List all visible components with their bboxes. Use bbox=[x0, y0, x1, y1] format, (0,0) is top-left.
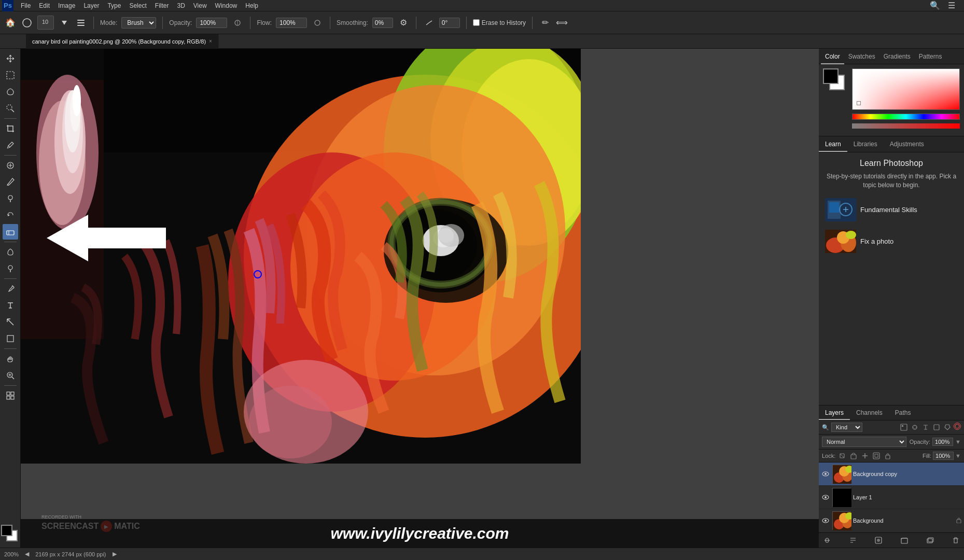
color-spectrum-box[interactable] bbox=[852, 68, 960, 110]
menu-3d[interactable]: 3D bbox=[173, 0, 189, 11]
flow-value[interactable]: 100% bbox=[276, 18, 307, 28]
layer-row-bg[interactable]: Background bbox=[819, 509, 964, 533]
canvas-area[interactable]: RECORDED WITH SCREENCAST ▶ MATIC www.ivy… bbox=[21, 49, 819, 548]
mode-select[interactable]: Brush Pencil Block bbox=[121, 17, 156, 29]
tool-path-selection[interactable] bbox=[3, 314, 18, 330]
tool-lasso[interactable] bbox=[3, 84, 18, 100]
opacity-pressure-icon[interactable] bbox=[231, 17, 244, 29]
menu-help[interactable]: Help bbox=[241, 0, 262, 11]
brush-size-value[interactable]: 10 bbox=[37, 16, 54, 30]
tool-eyedropper[interactable] bbox=[3, 137, 18, 153]
filter-shape-icon[interactable] bbox=[932, 423, 941, 432]
brush-settings-icon[interactable] bbox=[75, 17, 87, 29]
fill-value[interactable]: 100% bbox=[933, 452, 954, 460]
smoothing-value[interactable]: 0% bbox=[372, 18, 393, 28]
saturation-slider[interactable] bbox=[852, 123, 960, 129]
fg-bg-color-picker[interactable] bbox=[1, 525, 20, 543]
filter-pixel-icon[interactable] bbox=[899, 423, 909, 432]
libraries-tab[interactable]: Libraries bbox=[847, 136, 884, 152]
angle-value[interactable]: 0° bbox=[439, 18, 460, 28]
tab-close-button[interactable]: × bbox=[209, 38, 212, 44]
tool-history-brush[interactable] bbox=[3, 207, 18, 223]
blend-mode-select[interactable]: Normal Multiply Screen Overlay bbox=[822, 437, 906, 447]
layer-row-bg-copy[interactable]: Background copy bbox=[819, 463, 964, 486]
filter-type-icon[interactable] bbox=[921, 423, 930, 432]
opacity-value[interactable]: 100% bbox=[196, 18, 227, 28]
tool-type[interactable] bbox=[3, 298, 18, 313]
lock-image-icon[interactable] bbox=[849, 451, 858, 460]
erase-to-history-checkbox[interactable] bbox=[473, 19, 480, 26]
opacity-dropdown-icon[interactable]: ▼ bbox=[955, 439, 961, 445]
tool-more[interactable] bbox=[3, 388, 18, 403]
nav-left[interactable]: ◀ bbox=[25, 551, 29, 557]
delete-layer-icon[interactable] bbox=[951, 535, 961, 545]
tool-move[interactable] bbox=[3, 51, 18, 66]
filter-smart-icon[interactable] bbox=[943, 423, 952, 432]
tool-dodge[interactable] bbox=[3, 261, 18, 276]
menu-view[interactable]: View bbox=[189, 0, 211, 11]
fill-dropdown-icon[interactable]: ▼ bbox=[955, 453, 961, 459]
layer-visibility-bg-copy[interactable] bbox=[821, 469, 830, 479]
menu-layer[interactable]: Layer bbox=[79, 0, 103, 11]
lock-all-icon[interactable] bbox=[883, 451, 892, 460]
layer-visibility-bg[interactable] bbox=[821, 516, 830, 525]
filter-toggle[interactable] bbox=[954, 423, 961, 430]
foreground-color[interactable] bbox=[1, 525, 12, 536]
tool-marquee[interactable] bbox=[3, 67, 18, 83]
smoothing-settings-icon[interactable]: ⚙ bbox=[397, 17, 410, 29]
brush-preset-picker[interactable] bbox=[21, 17, 33, 29]
lock-transparent-icon[interactable] bbox=[837, 451, 847, 460]
edit-toolbar-icon[interactable]: ✏ bbox=[539, 17, 551, 29]
hue-slider[interactable] bbox=[852, 114, 960, 120]
angle-icon[interactable] bbox=[423, 17, 435, 29]
add-fx-icon[interactable] bbox=[848, 535, 858, 545]
tool-crop[interactable] bbox=[3, 121, 18, 136]
menu-file[interactable]: File bbox=[17, 0, 35, 11]
document-tab[interactable]: canary bird oil painting0002.png @ 200% … bbox=[26, 34, 219, 49]
menu-edit[interactable]: Edit bbox=[35, 0, 54, 11]
tool-quick-select[interactable] bbox=[3, 101, 18, 116]
erase-to-history-label[interactable]: Erase to History bbox=[473, 19, 526, 26]
opacity-value[interactable]: 100% bbox=[932, 438, 953, 446]
tutorial-card-fundamental[interactable]: Fundamental Skills bbox=[823, 196, 960, 223]
layer-row-layer1[interactable]: Layer 1 bbox=[819, 486, 964, 509]
workspace-icon[interactable]: ☰ bbox=[945, 0, 958, 12]
symmetry-icon[interactable]: ⟺ bbox=[555, 17, 568, 29]
color-tab[interactable]: Color bbox=[821, 49, 844, 64]
tool-blur[interactable] bbox=[3, 244, 18, 260]
brush-options-toggle[interactable] bbox=[58, 17, 71, 29]
lock-artboard-icon[interactable] bbox=[872, 451, 881, 460]
flow-pressure-icon[interactable] bbox=[311, 17, 324, 29]
home-icon[interactable]: 🏠 bbox=[4, 17, 17, 29]
layers-tab[interactable]: Layers bbox=[819, 405, 850, 420]
search-icon[interactable]: 🔍 bbox=[929, 0, 941, 12]
paths-tab[interactable]: Paths bbox=[889, 405, 917, 420]
adjustments-tab[interactable]: Adjustments bbox=[884, 136, 930, 152]
tool-pen[interactable] bbox=[3, 281, 18, 297]
tool-clone-stamp[interactable] bbox=[3, 191, 18, 206]
menu-type[interactable]: Type bbox=[103, 0, 125, 11]
new-layer-icon[interactable] bbox=[925, 535, 935, 545]
layer-visibility-layer1[interactable] bbox=[821, 493, 830, 502]
tutorial-card-fix-photo[interactable]: Fix a photo bbox=[823, 228, 960, 255]
patterns-tab[interactable]: Patterns bbox=[915, 49, 946, 64]
tool-brush[interactable] bbox=[3, 174, 18, 190]
gradients-tab[interactable]: Gradients bbox=[879, 49, 915, 64]
tool-zoom[interactable] bbox=[3, 368, 18, 383]
link-layers-icon[interactable] bbox=[822, 535, 832, 545]
add-mask-icon[interactable] bbox=[873, 535, 884, 545]
fg-bg-picker[interactable] bbox=[823, 68, 848, 93]
new-group-icon[interactable] bbox=[899, 535, 910, 545]
tool-spot-healing[interactable] bbox=[3, 158, 18, 173]
tool-hand[interactable] bbox=[3, 351, 18, 367]
learn-tab[interactable]: Learn bbox=[819, 136, 847, 152]
menu-image[interactable]: Image bbox=[54, 0, 79, 11]
lock-position-icon[interactable] bbox=[860, 451, 870, 460]
tool-shape[interactable] bbox=[3, 331, 18, 346]
menu-select[interactable]: Select bbox=[125, 0, 150, 11]
foreground-swatch[interactable] bbox=[823, 68, 839, 84]
layers-kind-select[interactable]: Kind Name Effect bbox=[831, 423, 862, 432]
swatches-tab[interactable]: Swatches bbox=[844, 49, 879, 64]
nav-right[interactable]: ▶ bbox=[113, 551, 117, 557]
menu-window[interactable]: Window bbox=[211, 0, 242, 11]
